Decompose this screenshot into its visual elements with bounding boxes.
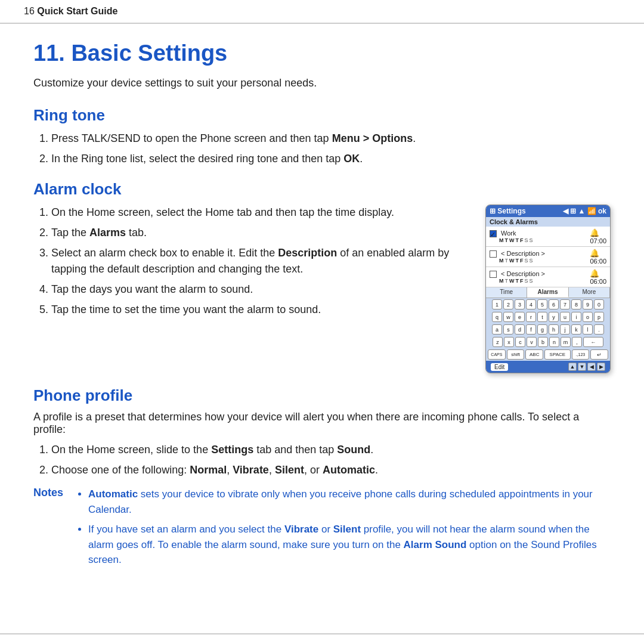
ring-tone-section: Ring tone Press TALK/SEND to open the Ph… — [33, 106, 611, 167]
device-edit-button: Edit — [491, 363, 508, 371]
alarm-step-3: Select an alarm check box to enable it. … — [51, 245, 467, 277]
alarm-row-2: < Description > M T W T F S S 🔔 — [486, 247, 610, 267]
alarm-icon-3: 🔔 — [590, 269, 599, 278]
alarm-step-1: On the Home screen, select the Home tab … — [51, 205, 467, 221]
phone-profile-intro: A profile is a preset that determines ho… — [33, 411, 611, 436]
keyboard-row-numbers: 1234567890 — [486, 298, 610, 311]
nav-right-arrow: ▶ — [597, 363, 605, 371]
keyboard-row-asdf: asdfghjkl. — [486, 323, 610, 336]
alarm-checkbox-2 — [490, 250, 497, 258]
keyboard-row-qwerty: qwertyuiop — [486, 311, 610, 323]
device-titlebar: ⊞ Settings ◀ ⊞ ▲ 📶 ok — [486, 205, 610, 217]
notes-list: Automatic sets your device to vibrate on… — [88, 487, 611, 572]
ring-tone-step-1: Press TALK/SEND to open the Phone screen… — [51, 131, 611, 147]
device-screenshot: ⊞ Settings ◀ ⊞ ▲ 📶 ok Clock & Alarms ✓ W… — [485, 205, 611, 373]
phone-profile-step-1: On the Home screen, slide to the Setting… — [51, 442, 611, 458]
device-keyboard: 1234567890 qwertyuiop asdfghjkl. zxcvbnm… — [486, 298, 610, 361]
device-subtitle: Clock & Alarms — [486, 217, 610, 227]
alarm-icon-1: 🔔 — [590, 228, 599, 237]
phone-profile-steps: On the Home screen, slide to the Setting… — [51, 442, 611, 478]
alarm-row-1: ✓ Work M T W T F S S 🔔 — [486, 227, 610, 247]
alarm-step-2: Tap the Alarms tab. — [51, 225, 467, 241]
alarm-steps-col: On the Home screen, select the Home tab … — [33, 205, 467, 322]
chapter-title: 11. Basic Settings — [33, 41, 611, 66]
tab-more: More — [569, 287, 610, 298]
notes-label: Notes — [33, 487, 69, 499]
main-content: 11. Basic Settings Customize your device… — [0, 24, 644, 602]
phone-profile-section: Phone profile A profile is a preset that… — [33, 386, 611, 572]
alarm-checkbox-1: ✓ — [490, 230, 497, 237]
alarm-row-3: < Description > M T W T F S S 🔔 — [486, 267, 610, 287]
note-1: Automatic sets your device to vibrate on… — [88, 487, 611, 517]
device-bottom-bar: Edit ▲ ▼ ◀ ▶ — [486, 361, 610, 373]
phone-profile-step-2: Choose one of the following: Normal, Vib… — [51, 462, 611, 478]
tab-time: Time — [486, 287, 527, 298]
device-tabs: Time Alarms More — [486, 287, 610, 298]
alarm-icon-2: 🔔 — [590, 249, 599, 258]
top-bar: 16 Quick Start Guide — [0, 0, 644, 24]
note-2: If you have set an alarm and you select … — [88, 522, 611, 568]
nav-down-arrow: ▼ — [578, 363, 586, 371]
phone-profile-title: Phone profile — [33, 386, 611, 405]
alarm-clock-title: Alarm clock — [33, 180, 611, 199]
alarm-step-5: Tap the time to set the time you want th… — [51, 302, 467, 318]
nav-left-arrow: ◀ — [587, 363, 596, 371]
keyboard-row-zxcv: zxcvbnm,← — [486, 336, 610, 348]
ring-tone-title: Ring tone — [33, 106, 611, 125]
nav-up-arrow: ▲ — [568, 363, 577, 371]
guide-title: Quick Start Guide — [37, 6, 117, 16]
alarm-clock-section: Alarm clock On the Home screen, select t… — [33, 180, 611, 373]
tab-alarms: Alarms — [527, 287, 568, 298]
page-number: 16 — [24, 6, 35, 16]
intro-text: Customize your device settings to suit y… — [33, 77, 611, 89]
notes-block: Notes Automatic sets your device to vibr… — [33, 487, 611, 572]
alarm-checkbox-3 — [490, 271, 497, 278]
alarm-two-col: On the Home screen, select the Home tab … — [33, 205, 611, 373]
ring-tone-steps: Press TALK/SEND to open the Phone screen… — [51, 131, 611, 167]
alarm-step-4: Tap the days you want the alarm to sound… — [51, 281, 467, 298]
ring-tone-step-2: In the Ring tone list, select the desire… — [51, 151, 611, 167]
alarm-steps: On the Home screen, select the Home tab … — [51, 205, 467, 318]
keyboard-row-bottom: CAPS shift ABC SPACE .,123 ↵ — [486, 348, 610, 361]
bottom-bar — [0, 633, 644, 644]
